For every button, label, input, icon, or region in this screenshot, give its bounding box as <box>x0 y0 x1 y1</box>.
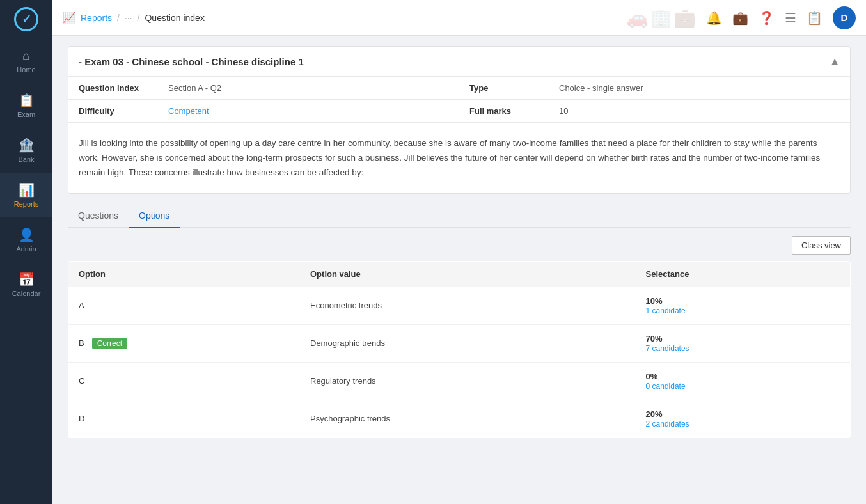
option-value-cell: Econometric trends <box>300 287 636 324</box>
table-header-row: Option Option value Selectance <box>68 261 851 287</box>
selectance-pct: 0% <box>646 372 658 381</box>
option-value-cell: Psychographic trends <box>300 400 636 437</box>
sidebar-item-label: Exam <box>17 111 35 118</box>
difficulty-label: Difficulty <box>79 106 168 116</box>
options-table: Option Option value Selectance AEconomet… <box>68 261 851 438</box>
toolbar: Class view <box>68 236 851 255</box>
sidebar: ✓ ⌂ Home 📋 Exam 🏦 Bank 📊 Reports 👤 Admin… <box>0 0 52 504</box>
question-index-value: Section A - Q2 <box>168 83 221 93</box>
sidebar-item-label: Reports <box>14 200 39 208</box>
selectance-cell: 0%0 candidate <box>636 362 851 400</box>
topbar-actions: 🚗 🏢 💼 🔔 💼 ❓ ☰ 📋 D <box>626 6 856 29</box>
type-value: Choice - single answer <box>559 83 643 93</box>
clipboard-icon[interactable]: 📋 <box>807 10 823 26</box>
card-title: - Exam 03 - Chinese school - Chinese dis… <box>79 56 304 67</box>
option-letter: A <box>79 301 84 310</box>
type-label: Type <box>469 83 559 93</box>
sidebar-item-exam[interactable]: 📋 Exam <box>0 83 52 128</box>
tabs-bar: Questions Options <box>68 204 851 228</box>
option-value-cell: Regulatory trends <box>300 362 636 400</box>
sidebar-item-label: Admin <box>16 245 36 253</box>
breadcrumb-sep1: / <box>117 13 120 23</box>
option-letter: D <box>79 414 84 423</box>
bank-icon: 🏦 <box>19 138 35 153</box>
option-letter: B <box>79 338 84 348</box>
option-cell: A <box>68 287 301 324</box>
table-row: CRegulatory trends0%0 candidate <box>68 362 851 400</box>
collapse-icon[interactable]: ▲ <box>830 56 840 67</box>
sidebar-item-admin[interactable]: 👤 Admin <box>0 217 52 262</box>
sidebar-item-label: Bank <box>18 155 34 163</box>
question-info-grid: Question index Section A - Q2 Type Choic… <box>68 77 850 123</box>
breadcrumb-reports-link[interactable]: Reports <box>81 13 112 23</box>
selectance-candidates: 0 candidate <box>646 382 686 391</box>
selectance-pct: 70% <box>646 334 663 343</box>
option-letter: C <box>79 376 84 386</box>
col-selectance: Selectance <box>636 261 851 287</box>
breadcrumb-sep2: / <box>138 13 140 23</box>
question-card: - Exam 03 - Chinese school - Chinese dis… <box>68 46 851 194</box>
option-cell: BCorrect <box>68 324 301 362</box>
sidebar-item-label: Calendar <box>12 290 41 297</box>
admin-icon: 👤 <box>19 227 35 242</box>
breadcrumb-current: Question index <box>145 13 204 23</box>
option-cell: D <box>68 400 301 437</box>
selectance-candidates: 1 candidate <box>646 306 686 315</box>
full-marks-label: Full marks <box>469 106 559 116</box>
option-value-cell: Demographic trends <box>300 324 636 362</box>
class-view-button[interactable]: Class view <box>792 236 851 255</box>
full-marks-value: 10 <box>559 106 568 116</box>
page-content: - Exam 03 - Chinese school - Chinese dis… <box>52 36 866 504</box>
selectance-pct: 10% <box>646 296 663 306</box>
reports-icon: 📊 <box>19 182 35 198</box>
decorative-bg-icons: 🚗 🏢 💼 <box>626 7 696 28</box>
sidebar-item-label: Home <box>17 66 35 74</box>
user-avatar[interactable]: D <box>833 6 856 29</box>
question-index-cell: Question index Section A - Q2 <box>68 77 459 100</box>
selectance-candidates: 7 candidates <box>646 344 689 353</box>
selectance-cell: 70%7 candidates <box>636 324 851 362</box>
difficulty-value: Competent <box>168 106 209 116</box>
main-content: 📈 Reports / ··· / Question index 🚗 🏢 💼 🔔… <box>52 0 866 504</box>
sidebar-item-calendar[interactable]: 📅 Calendar <box>0 262 52 307</box>
sidebar-item-reports[interactable]: 📊 Reports <box>0 173 52 217</box>
notifications-icon[interactable]: 🔔 <box>706 10 722 26</box>
exam-icon: 📋 <box>19 93 35 108</box>
col-option: Option <box>68 261 301 287</box>
list-icon[interactable]: ☰ <box>785 10 796 26</box>
selectance-candidates: 2 candidates <box>646 420 689 429</box>
logo-icon: ✓ <box>14 7 38 31</box>
briefcase-icon[interactable]: 💼 <box>732 10 748 26</box>
type-cell: Type Choice - single answer <box>459 77 850 100</box>
selectance-cell: 20%2 candidates <box>636 400 851 437</box>
card-header: - Exam 03 - Chinese school - Chinese dis… <box>68 47 850 77</box>
table-row: AEconometric trends10%1 candidate <box>68 287 851 324</box>
table-row: DPsychographic trends20%2 candidates <box>68 400 851 437</box>
option-cell: C <box>68 362 301 400</box>
breadcrumb: 📈 Reports / ··· / Question index <box>63 12 205 24</box>
tab-options[interactable]: Options <box>129 204 180 228</box>
sidebar-item-bank[interactable]: 🏦 Bank <box>0 128 52 173</box>
help-icon[interactable]: ❓ <box>759 10 775 26</box>
chart-icon: 📈 <box>63 12 75 24</box>
question-index-label: Question index <box>79 83 168 93</box>
sidebar-item-home[interactable]: ⌂ Home <box>0 38 52 83</box>
selectance-pct: 20% <box>646 409 663 419</box>
table-row: BCorrectDemographic trends70%7 candidate… <box>68 324 851 362</box>
breadcrumb-more-btn[interactable]: ··· <box>125 13 132 23</box>
col-option-value: Option value <box>300 261 636 287</box>
calendar-icon: 📅 <box>19 272 35 287</box>
sidebar-logo[interactable]: ✓ <box>0 0 52 38</box>
selectance-cell: 10%1 candidate <box>636 287 851 324</box>
question-text: Jill is looking into the possibility of … <box>68 123 850 193</box>
full-marks-cell: Full marks 10 <box>459 100 850 123</box>
topbar: 📈 Reports / ··· / Question index 🚗 🏢 💼 🔔… <box>52 0 866 36</box>
difficulty-cell: Difficulty Competent <box>68 100 459 123</box>
home-icon: ⌂ <box>22 49 30 63</box>
correct-badge: Correct <box>92 338 127 349</box>
tab-questions[interactable]: Questions <box>68 204 129 228</box>
